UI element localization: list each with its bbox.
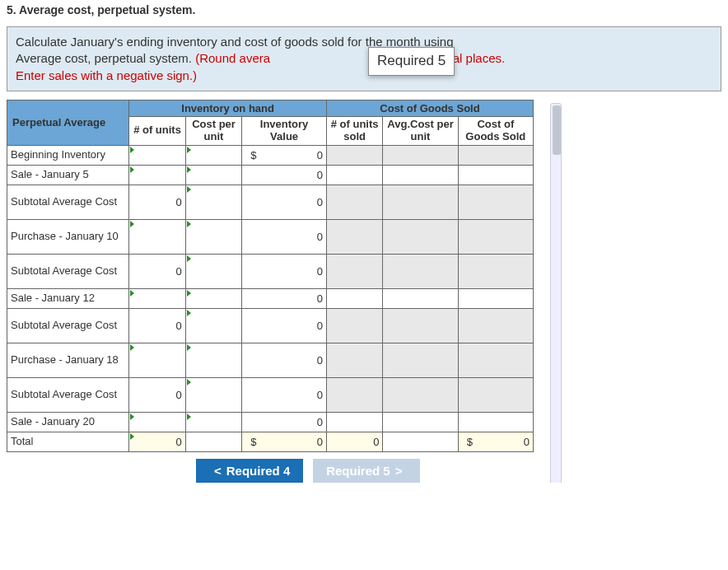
dropdown-icon[interactable] [130,413,134,420]
dropdown-icon[interactable] [187,290,191,297]
table-row-total: Total 0 $0 0 $0 [7,432,534,451]
inventory-value-total: $0 [242,432,327,451]
units-sold-cell [326,145,382,165]
dropdown-icon[interactable] [130,166,134,173]
header-inventory-on-hand: Inventory on hand [129,100,327,116]
inventory-value-cell: 0 [242,288,327,308]
cpu-input[interactable] [185,343,241,377]
units-sold-cell [326,308,382,343]
units-total: 0 [129,432,185,451]
dropdown-icon[interactable] [187,147,191,153]
dropdown-icon[interactable] [187,186,191,193]
instruction-line2b: (Round avera [195,51,270,65]
page-title: 5. Average cost, perpetual system. [0,0,728,26]
dropdown-icon[interactable] [187,310,191,316]
corner-header: Perpetual Average [7,100,129,145]
units-input[interactable] [129,343,185,377]
row-label: Subtotal Average Cost [7,254,129,288]
cogs-cell [458,254,533,288]
units-input[interactable] [129,219,185,254]
units-sold-cell [326,377,382,412]
dropdown-icon[interactable] [130,344,134,351]
dropdown-icon[interactable] [187,379,191,385]
instruction-line2a: Average cost, perpetual system. [16,51,195,65]
cpu-input[interactable] [185,288,241,308]
cpu-input[interactable] [185,254,241,288]
header-cost-goods-sold: Cost of Goods Sold [458,116,533,145]
cpu-input[interactable] [185,145,241,165]
dropdown-icon[interactable] [130,290,134,297]
next-button[interactable]: Required 5> [313,459,420,483]
inventory-value-cell: 0 [242,219,327,254]
units-input[interactable] [129,412,185,432]
avg-cost-input[interactable] [383,165,458,185]
dropdown-icon[interactable] [187,413,191,420]
cpu-input[interactable] [185,165,241,185]
units-input[interactable] [129,165,185,185]
dropdown-icon[interactable] [187,344,191,351]
tooltip-popover: Required 5 [368,47,455,76]
avg-cost-cell [383,185,458,219]
currency-symbol: $ [250,436,256,448]
dropdown-icon[interactable] [187,221,191,227]
avg-cost-cell [383,308,458,343]
row-label: Sale - January 5 [7,165,129,185]
table-row: Subtotal Average Cost 0 0 [7,377,534,412]
dropdown-icon[interactable] [130,147,134,153]
inventory-value-cell: 0 [242,412,327,432]
inventory-value-cell: 0 [242,343,327,377]
avg-cost-cell [383,343,458,377]
avg-cost-input[interactable] [383,412,458,432]
row-label: Total [7,432,129,451]
row-label: Beginning Inventory [7,145,129,165]
header-cost-per-unit: Cost per unit [185,116,241,145]
units-sold-input[interactable] [326,165,382,185]
cpu-cell [185,432,241,451]
currency-symbol: $ [250,149,256,161]
cpu-input[interactable] [185,185,241,219]
avg-cost-cell [383,432,458,451]
row-label: Subtotal Average Cost [7,377,129,412]
cogs-input[interactable] [458,165,533,185]
cpu-input[interactable] [185,377,241,412]
row-label: Purchase - January 10 [7,219,129,254]
scrollbar-vertical[interactable] [550,103,562,483]
header-inventory-value: Inventory Value [242,116,327,145]
inventory-value-cell: $0 [242,145,327,165]
units-input[interactable] [129,288,185,308]
header-avg-cost: Avg.Cost per unit [383,116,458,145]
units-sold-cell [326,219,382,254]
row-label: Purchase - January 18 [7,343,129,377]
units-cell: 0 [129,185,185,219]
avg-cost-cell [383,377,458,412]
cogs-input[interactable] [458,288,533,308]
table-row: Sale - January 20 0 [7,412,534,432]
inventory-value-cell: 0 [242,308,327,343]
units-sold-input[interactable] [326,288,382,308]
units-sold-input[interactable] [326,412,382,432]
header-cogs: Cost of Goods Sold [326,100,533,116]
cpu-input[interactable] [185,219,241,254]
units-cell: 0 [129,377,185,412]
cpu-input[interactable] [185,308,241,343]
avg-cost-cell [383,145,458,165]
cogs-cell [458,185,533,219]
units-sold-cell [326,343,382,377]
row-label: Sale - January 12 [7,288,129,308]
dropdown-icon[interactable] [130,433,134,440]
dropdown-icon[interactable] [187,255,191,262]
cogs-input[interactable] [458,412,533,432]
dropdown-icon[interactable] [187,166,191,173]
units-cell: 0 [129,254,185,288]
table-row: Sale - January 5 0 [7,165,534,185]
scrollbar-thumb[interactable] [553,105,561,155]
cpu-input[interactable] [185,412,241,432]
prev-button[interactable]: <Required 4 [196,459,303,483]
dropdown-icon[interactable] [130,221,134,227]
row-label: Subtotal Average Cost [7,308,129,343]
avg-cost-input[interactable] [383,288,458,308]
chevron-right-icon: > [395,464,403,478]
header-num-units: # of units [129,116,185,145]
inventory-value-cell: 0 [242,254,327,288]
units-input[interactable] [129,145,185,165]
